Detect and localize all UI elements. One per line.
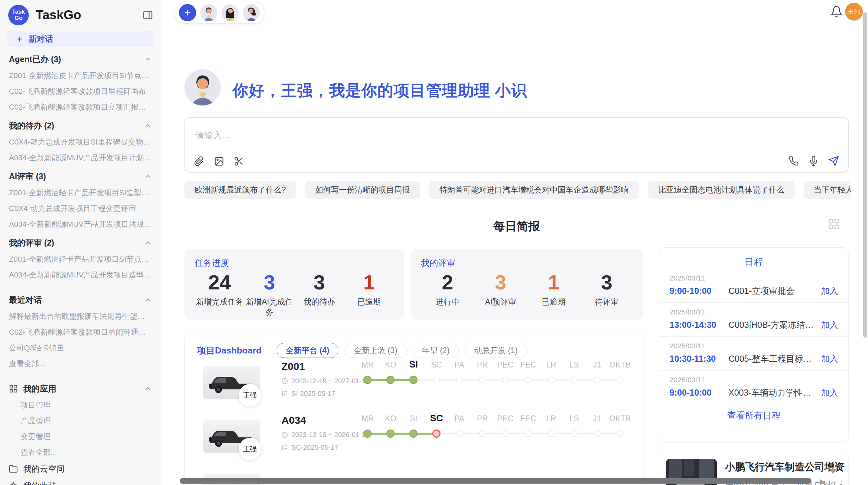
plus-icon [15,35,24,43]
layout-grid-icon[interactable] [828,218,840,230]
sidebar-item[interactable]: Z001-全新燃油皮卡产品开发项目SI节点Lesson Learn报告 [0,68,161,84]
milestone-node [479,430,486,437]
sidebar-item-app[interactable]: 变更管理 [0,429,161,445]
composer-left-tools [194,156,244,166]
milestone-label: SI [402,414,425,423]
mic-icon[interactable] [808,156,819,166]
logo-line2: Go [14,15,23,21]
notification-bell-icon[interactable] [830,5,843,18]
milestone-node [456,430,463,437]
vertical-scrollbar-thumb[interactable] [863,12,867,338]
join-link[interactable]: 加入 [821,353,838,364]
section-header-recent-chats[interactable]: 最近对话 [0,291,161,309]
image-icon[interactable] [214,156,224,166]
suggestion-chip[interactable]: 欧洲新规最近颁布了什么? [184,181,296,199]
suggestion-chip[interactable]: 特朗普可能对进口汽车增税会对中国车企造成哪些影响 [429,181,639,199]
milestone-label-current: SI [402,359,425,370]
sidebar-item[interactable]: A034-全新新能源MUV产品开发项目造型可行性评审 [0,267,161,283]
section-header-my-apps[interactable]: 我的应用 [0,380,161,397]
section-header-my-review[interactable]: 我的评审 (2) [0,234,161,251]
task-progress-card: 任务进度 24 新增完成任务 3 新增AI完成任务 3 我的待办 1 已逾期 [184,249,404,320]
milestone-label: MR [356,360,379,370]
sidebar-item[interactable]: Z001-全新燃油轻卡产品开发项目SI造型提交物评审 [0,185,161,201]
milestone-label: J1 [586,414,608,423]
join-link[interactable]: 加入 [821,319,838,331]
sidebar-item[interactable]: 解释最新出台的欧盟报废车法规再生塑料比例被调至15%... [0,309,161,324]
schedule-time: 9:00-10:00 [670,388,728,398]
project-dates: 2023-12-19 ~ 2026-01-19 [281,431,359,439]
section-title: 我的评审 (2) [9,237,54,248]
sidebar-item[interactable]: C0X4-动力总成开发项目工程变更评审 [0,201,161,216]
milestone-label: OKTB [608,414,631,423]
schedule-time: 13:00-14:30 [670,320,728,330]
sidebar-item[interactable]: C02-飞腾新能源轻客改款项目的闭环通告反馈情况 [0,324,161,340]
sidebar-item-view-all[interactable]: 查看全部... [0,356,161,372]
join-link[interactable]: 加入 [821,285,838,297]
schedule-event-title: C005-整车工程目标评审 [728,353,817,364]
tab-model-year[interactable]: 年型 (2) [413,343,459,358]
sidebar-item-view-all[interactable]: 查看全部... [0,445,161,460]
section-header-my-todo[interactable]: 我的待办 (2) [0,117,161,134]
add-agent-button[interactable] [179,4,196,21]
schedule-title: 日程 [659,256,848,269]
project-owner-badge: 王强 [239,384,261,407]
project-row[interactable]: 王强 A034 2023-12-19 ~ 2026-01-19 SC-2025-… [185,412,643,465]
suggestion-chip[interactable]: 如何写一份清晰的项目周报 [305,181,420,199]
join-link[interactable]: 加入 [821,387,838,398]
sidebar-item-favorites[interactable]: 我的收藏 [0,477,161,485]
flag-icon [281,390,288,397]
stat-review-overdue: 1 已逾期 [527,270,580,307]
user-avatar[interactable]: 王强 [845,3,863,21]
horizontal-scrollbar-thumb[interactable] [180,478,811,484]
milestone-node [571,376,578,383]
sidebar: Task Go TaskGo 新对话 Agent已办 (3) Z001-全新燃油… [0,0,161,485]
app-screen: Task Go TaskGo 新对话 Agent已办 (3) Z001-全新燃油… [0,0,868,485]
agent-avatar-2[interactable] [221,4,239,21]
send-icon[interactable] [828,156,839,166]
milestone-node [479,376,486,383]
sidebar-item[interactable]: C02-飞腾新能源轻客改款项目里程碑画布 [0,84,161,99]
collapse-sidebar-icon[interactable] [142,10,153,21]
phone-icon[interactable] [788,156,799,166]
folder-icon [9,464,18,473]
sidebar-item-app[interactable]: 项目管理 [0,397,161,413]
project-row[interactable]: 王强 Z001 2023-12-19 ~ 2027-01-19 SI-2025-… [185,358,643,411]
sidebar-item[interactable]: C02-飞腾新能源轻客改款项目立项汇报方案 [0,99,161,115]
nav-label: 我的云空间 [23,463,64,474]
view-all-schedule-link[interactable]: 查看所有日程 [659,404,848,427]
sidebar-item-cloud-space[interactable]: 我的云空间 [0,460,161,477]
composer-input[interactable] [185,118,848,144]
stat-new-done: 24 新增完成任务 [195,270,244,318]
attachment-icon[interactable] [194,156,204,166]
sidebar-item[interactable]: C0X4-动力总成开发项目SI里程碑提交物检查 [0,134,161,150]
app-title: TaskGo [36,8,142,22]
new-chat-button[interactable]: 新对话 [8,31,153,47]
sidebar-item-app[interactable]: 产品管理 [0,413,161,429]
scroll-right-arrow-icon[interactable] [820,479,825,485]
tab-new-platform[interactable]: 全新平台 (4) [277,343,339,358]
scissors-icon[interactable] [234,156,244,166]
agent-avatar-1[interactable] [200,4,217,21]
card-title: 任务进度 [195,257,394,269]
schedule-event-title: C001-立项审批会 [728,285,817,297]
milestone-node [617,430,624,437]
scroll-down-arrow-icon[interactable] [830,469,836,474]
section-header-agent-done[interactable]: Agent已办 (3) [0,51,161,68]
agent-avatar-3[interactable] [243,4,260,21]
sidebar-item[interactable]: Z001-全新燃油轻卡产品开发项目SI节点属性5D文件评审 [0,251,161,267]
suggestion-chip[interactable]: 当下年轻人对汽车外观有怎样的喜好趋势 [804,181,851,199]
tab-powertrain[interactable]: 动总开发 (1) [465,343,527,358]
milestone-label: PEC [494,360,517,370]
section-title: 我的应用 [23,383,56,394]
sidebar-item[interactable]: 公司Q3轻卡销量 [0,340,161,356]
composer-right-tools [788,156,839,166]
card-title: 我的评审 [421,257,633,269]
tab-new-body[interactable]: 全新上装 (3) [345,343,407,358]
milestone-node [502,430,509,437]
suggestion-chip[interactable]: 比亚迪全固态电池计划具体说了什么 [648,181,795,199]
project-flag: SI-2025-05-17 [281,390,359,398]
section-header-ai-review[interactable]: AI评审 (3) [0,168,161,185]
sidebar-item[interactable]: A034-全新新能源MUV产品开发项目法规符合性评审 [0,216,161,232]
sidebar-item[interactable]: A034-全新新能源MUV产品开发项目计划变更表编写 [0,150,161,166]
milestone-node [571,430,578,437]
